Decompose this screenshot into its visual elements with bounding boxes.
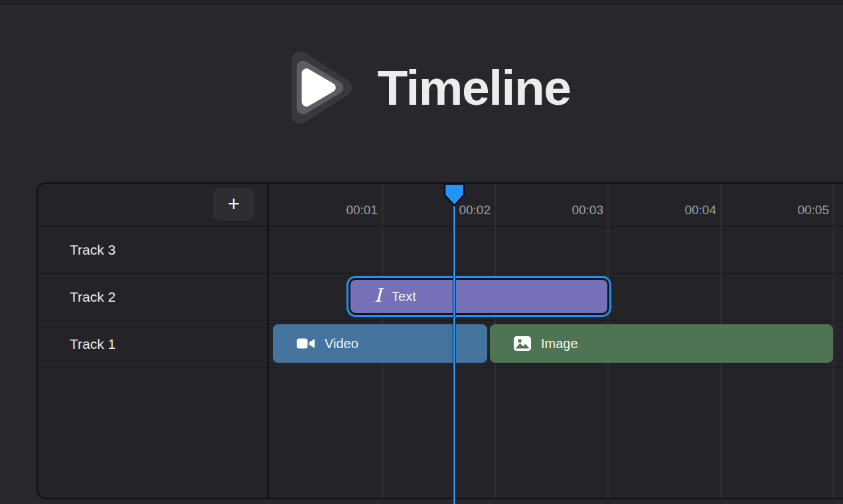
clip-label: Image — [541, 336, 578, 351]
italic-text-icon: I — [374, 286, 382, 305]
ruler-tick: 00:01 — [270, 184, 383, 226]
track-label-track-3: Track 3 — [38, 226, 268, 273]
track-label-text: Track 2 — [70, 289, 115, 305]
ruler-tick: 00:04 — [609, 184, 722, 226]
clip-text[interactable]: I Text — [350, 280, 607, 313]
play-logo-icon — [273, 45, 360, 130]
app-title: Timeline — [378, 59, 571, 116]
track-label-text: Track 3 — [70, 242, 115, 258]
track-label-track-2: Track 2 — [38, 273, 268, 320]
window-top-edge — [0, 0, 843, 5]
playhead-line — [453, 184, 455, 504]
time-ruler[interactable]: 00:01 00:02 00:03 00:04 00:05 — [270, 184, 834, 226]
app-header: Timeline — [0, 45, 843, 130]
track-label-text: Track 1 — [70, 336, 115, 352]
timeline-grid[interactable]: 00:01 00:02 00:03 00:04 00:05 I Text Vid… — [270, 184, 843, 498]
ruler-tick: 00:03 — [496, 184, 609, 226]
gridline — [833, 184, 834, 498]
clip-label: Text — [392, 289, 416, 304]
sidebar-header: + — [38, 184, 268, 226]
playhead[interactable] — [443, 182, 467, 504]
image-icon — [514, 336, 531, 351]
playhead-handle-icon[interactable] — [443, 182, 467, 208]
ruler-tick: 00:02 — [383, 184, 496, 226]
app-window: Timeline + Track 3 Track 2 Track 1 — [0, 0, 843, 504]
ruler-tick: 00:05 — [722, 184, 834, 226]
video-camera-icon — [297, 337, 315, 350]
add-track-button[interactable]: + — [213, 188, 254, 221]
clip-image[interactable]: Image — [490, 324, 833, 363]
clip-label: Video — [325, 336, 358, 351]
track-label-track-1: Track 1 — [38, 320, 268, 367]
track-sidebar: + Track 3 Track 2 Track 1 — [38, 184, 269, 498]
timeline-panel: + Track 3 Track 2 Track 1 00:01 00:02 00… — [37, 182, 843, 499]
